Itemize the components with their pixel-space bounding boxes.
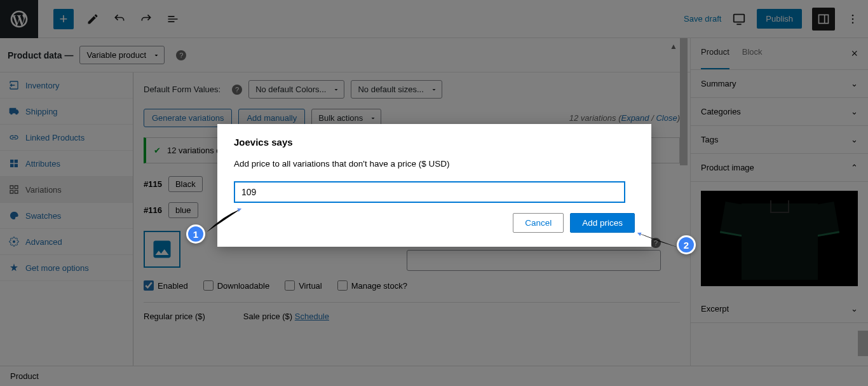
modal-price-input[interactable] — [234, 181, 625, 203]
modal-message: Add price to all variations that don't h… — [234, 159, 635, 169]
annotation-badge-1: 1 — [186, 224, 205, 244]
annotation-badge-2: 2 — [677, 235, 696, 254]
price-prompt-modal: Joevics says Add price to all variations… — [217, 124, 651, 247]
cancel-button[interactable]: Cancel — [513, 213, 564, 233]
modal-title: Joevics says — [234, 137, 635, 148]
add-prices-button[interactable]: Add prices — [570, 213, 635, 233]
